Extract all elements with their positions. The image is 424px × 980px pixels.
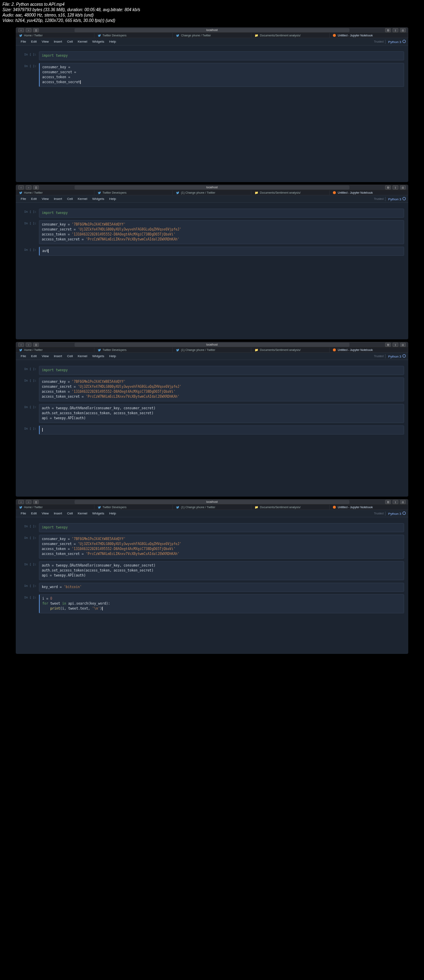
menu-file[interactable]: File [18, 197, 29, 201]
url-bar[interactable]: localhost [75, 28, 349, 32]
menu-insert[interactable]: Insert [51, 40, 65, 43]
browser-tab[interactable]: Home / Twitter [16, 348, 94, 352]
code-cell[interactable]: In [ ]:consumer_key = '7BF6GMm1PoJX4CtW8… [20, 377, 404, 401]
share-button[interactable]: ⇪ [393, 185, 398, 190]
code-cell[interactable]: In [ ]:key_word = 'bitcoin' [20, 583, 404, 592]
code-cell[interactable]: In [ ]:import tweepy [20, 366, 404, 375]
cell-input[interactable]: key_word = 'bitcoin' [39, 583, 404, 592]
menu-cell[interactable]: Cell [65, 40, 75, 43]
cell-input[interactable]: import tweepy [39, 366, 404, 375]
sidebar-button[interactable]: ☰ [33, 343, 39, 347]
cell-input[interactable]: import tweepy [39, 523, 404, 532]
url-bar[interactable]: localhost [75, 343, 349, 347]
code-cell[interactable]: In [ ]:auth = tweepy.OAuthHandler(consum… [20, 404, 404, 423]
menu-insert[interactable]: Insert [51, 354, 65, 358]
shield-button[interactable]: ⛨ [385, 185, 391, 190]
menu-edit[interactable]: Edit [29, 40, 39, 43]
cell-input[interactable]: consumer_key = '7BF6GMm1PoJX4CtW8E5A4dQY… [39, 377, 404, 401]
browser-tab[interactable]: (1) Change phone / Twitter [173, 505, 251, 509]
code-cell[interactable]: In [ ]:consumer_key = '7BF6GMm1PoJX4CtW8… [20, 535, 404, 559]
sidebar-button[interactable]: ☰ [33, 28, 39, 32]
menu-help[interactable]: Help [107, 512, 118, 515]
cell-input[interactable]: import tweepy [39, 51, 404, 60]
menu-widgets[interactable]: Widgets [90, 197, 107, 201]
notebook-body[interactable]: In [ ]:import tweepyIn [ ]:consumer_key … [16, 203, 408, 339]
browser-tab[interactable]: Untitled - Jupyter Notebook [330, 348, 408, 352]
menu-file[interactable]: File [18, 354, 29, 358]
browser-tab[interactable]: 📁Documents/Sentiment analysis/ [251, 190, 330, 195]
cell-input[interactable]: consumer_key = '7BF6GMm1PoJX4CtW8E5A4dQY… [39, 220, 404, 244]
tabs-button[interactable]: ⊞ [400, 185, 406, 190]
shield-button[interactable]: ⛨ [385, 28, 391, 32]
back-button[interactable]: ‹ [18, 500, 24, 504]
kernel-name[interactable]: Python 3 [385, 40, 406, 44]
browser-tab[interactable]: Twitter Developers [94, 33, 173, 38]
browser-tab[interactable]: Twitter Developers [94, 505, 173, 509]
code-cell[interactable]: In [ ]:auth = tweepy.OAuthHandler(consum… [20, 561, 404, 580]
tabs-button[interactable]: ⊞ [400, 500, 406, 504]
browser-tab[interactable]: Home / Twitter [16, 33, 94, 38]
notebook-body[interactable]: In [ ]:import tweepyIn [ ]:consumer_key … [16, 46, 408, 182]
kernel-name[interactable]: Python 3 [385, 512, 406, 516]
cell-input[interactable]: import tweepy [39, 209, 404, 218]
notebook-body[interactable]: In [ ]:import tweepyIn [ ]:consumer_key … [16, 517, 408, 654]
cell-input[interactable]: auth = tweepy.OAuthHandler(consumer_key,… [39, 404, 404, 423]
share-button[interactable]: ⇪ [393, 343, 398, 347]
menu-edit[interactable]: Edit [29, 354, 39, 358]
cell-input[interactable] [39, 425, 404, 435]
browser-tab[interactable]: (1) Change phone / Twitter [173, 348, 251, 352]
url-bar[interactable]: localhost [75, 185, 349, 190]
cell-input[interactable]: aut [39, 247, 404, 256]
browser-tab[interactable]: Twitter Developers [94, 190, 173, 195]
code-cell[interactable]: In [ ]:i = 0 for tweet in api.search(key… [20, 594, 404, 613]
back-button[interactable]: ‹ [18, 185, 24, 190]
browser-tab[interactable]: Untitled - Jupyter Notebook [330, 33, 408, 38]
notebook-body[interactable]: In [ ]:import tweepyIn [ ]:consumer_key … [16, 360, 408, 497]
shield-button[interactable]: ⛨ [385, 500, 391, 504]
sidebar-button[interactable]: ☰ [33, 500, 39, 504]
kernel-name[interactable]: Python 3 [385, 354, 406, 358]
sidebar-button[interactable]: ☰ [33, 185, 39, 190]
forward-button[interactable]: › [26, 185, 31, 190]
browser-tab[interactable]: Change phone / Twitter [173, 33, 251, 38]
code-cell[interactable]: In [ ]:import tweepy [20, 51, 404, 60]
menu-help[interactable]: Help [107, 354, 118, 358]
browser-tab[interactable]: 📁Documents/Sentiment analysis/ [251, 505, 330, 509]
tabs-button[interactable]: ⊞ [400, 28, 406, 32]
url-bar[interactable]: localhost [75, 500, 349, 504]
menu-kernel[interactable]: Kernel [75, 354, 90, 358]
cell-input[interactable]: consumer_key = '7BF6GMm1PoJX4CtW8E5A4dQY… [39, 535, 404, 559]
browser-tab[interactable]: Home / Twitter [16, 505, 94, 509]
menu-insert[interactable]: Insert [51, 512, 65, 515]
menu-insert[interactable]: Insert [51, 197, 65, 201]
menu-file[interactable]: File [18, 512, 29, 515]
menu-widgets[interactable]: Widgets [90, 512, 107, 515]
menu-view[interactable]: View [39, 40, 51, 43]
menu-edit[interactable]: Edit [29, 197, 39, 201]
browser-tab[interactable]: 📁Documents/Sentiment analysis/ [251, 348, 330, 352]
menu-cell[interactable]: Cell [65, 354, 75, 358]
share-button[interactable]: ⇪ [393, 500, 398, 504]
tabs-button[interactable]: ⊞ [400, 343, 406, 347]
menu-cell[interactable]: Cell [65, 512, 75, 515]
menu-view[interactable]: View [39, 512, 51, 515]
menu-widgets[interactable]: Widgets [90, 40, 107, 43]
browser-tab[interactable]: (1) Change phone / Twitter [173, 190, 251, 195]
forward-button[interactable]: › [26, 28, 31, 32]
code-cell[interactable]: In [ ]:import tweepy [20, 209, 404, 218]
share-button[interactable]: ⇪ [393, 28, 398, 32]
menu-widgets[interactable]: Widgets [90, 354, 107, 358]
menu-help[interactable]: Help [107, 40, 118, 43]
code-cell[interactable]: In [ ]:consumer_key = consumer_secret = … [20, 63, 404, 87]
menu-kernel[interactable]: Kernel [75, 512, 90, 515]
back-button[interactable]: ‹ [18, 343, 24, 347]
code-cell[interactable]: In [ ]:import tweepy [20, 523, 404, 532]
menu-kernel[interactable]: Kernel [75, 40, 90, 43]
code-cell[interactable]: In [ ]:aut [20, 247, 404, 256]
forward-button[interactable]: › [26, 343, 31, 347]
back-button[interactable]: ‹ [18, 28, 24, 32]
menu-kernel[interactable]: Kernel [75, 197, 90, 201]
cell-input[interactable]: i = 0 for tweet in api.search(key_word):… [39, 594, 404, 613]
cell-input[interactable]: auth = tweepy.OAuthHandler(consumer_key,… [39, 561, 404, 580]
menu-help[interactable]: Help [107, 197, 118, 201]
